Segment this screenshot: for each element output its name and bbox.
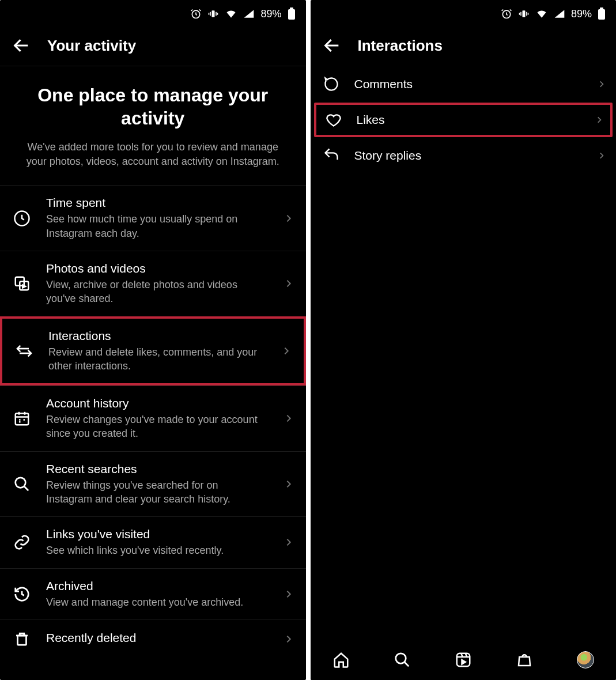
row-label: Likes — [357, 113, 583, 127]
chevron-right-icon — [284, 535, 296, 549]
svg-rect-7 — [16, 414, 29, 425]
chevron-right-icon — [284, 411, 296, 425]
row-recent-searches[interactable]: Recent searches Review things you've sea… — [0, 451, 306, 517]
calendar-icon — [10, 410, 33, 427]
row-interactions[interactable]: Interactions Review and delete likes, co… — [0, 316, 306, 386]
back-icon[interactable] — [12, 36, 31, 55]
comment-icon — [321, 76, 342, 92]
svg-rect-9 — [18, 636, 27, 645]
intro-section: One place to manage your activity We've … — [0, 66, 306, 185]
svg-rect-3 — [290, 7, 293, 9]
row-subtitle: Review and delete likes, comments, and y… — [48, 345, 269, 373]
vibrate-icon — [518, 8, 530, 20]
row-subtitle: See which links you've visited recently. — [46, 543, 271, 557]
swap-icon — [13, 342, 36, 360]
svg-rect-12 — [598, 9, 605, 20]
row-title: Account history — [46, 396, 271, 410]
svg-rect-15 — [456, 653, 470, 667]
phone-right: 89% Interactions Comments — [311, 0, 617, 680]
row-recently-deleted[interactable]: Recently deleted — [0, 619, 306, 658]
battery-percent: 89% — [571, 8, 592, 20]
chevron-right-icon — [284, 632, 296, 646]
status-bar: 89% — [0, 0, 306, 28]
link-icon — [10, 534, 33, 551]
alarm-icon — [190, 8, 202, 20]
row-subtitle: Review things you've searched for on Ins… — [46, 478, 271, 507]
media-icon — [10, 275, 33, 292]
row-title: Interactions — [48, 329, 269, 343]
page-title: Your activity — [47, 37, 136, 55]
wifi-icon — [535, 8, 548, 20]
row-time-spent[interactable]: Time spent See how much time you usually… — [0, 185, 306, 251]
chevron-right-icon — [595, 114, 603, 126]
nav-profile-avatar[interactable] — [576, 650, 595, 670]
intro-heading: One place to manage your activity — [16, 84, 290, 130]
nav-shop-icon[interactable] — [515, 650, 534, 670]
interactions-list: Comments Likes — [311, 66, 617, 174]
svg-rect-1 — [212, 10, 215, 17]
page-title: Interactions — [358, 37, 443, 55]
chevron-right-icon — [284, 277, 296, 290]
history-icon — [10, 585, 33, 603]
vibrate-icon — [207, 8, 219, 20]
avatar-icon — [577, 651, 594, 668]
row-photos-videos[interactable]: Photos and videos View, archive or delet… — [0, 251, 306, 316]
chevron-right-icon — [284, 587, 296, 601]
status-bar: 89% — [311, 0, 617, 28]
chevron-right-icon — [598, 149, 606, 162]
row-subtitle: View, archive or delete photos and video… — [46, 278, 271, 306]
alarm-icon — [501, 8, 512, 20]
svg-rect-2 — [288, 9, 295, 20]
phone-left: 89% Your activity One place to manage yo… — [0, 0, 306, 680]
svg-rect-13 — [600, 7, 603, 9]
row-title: Photos and videos — [46, 262, 271, 275]
battery-icon — [288, 7, 296, 20]
row-title: Archived — [46, 579, 271, 593]
row-subtitle: See how much time you usually spend on I… — [46, 212, 271, 240]
search-icon — [10, 475, 33, 493]
appbar: Interactions — [311, 28, 617, 66]
row-subtitle: Review changes you've made to your accou… — [46, 413, 271, 441]
reply-icon — [321, 148, 342, 164]
nav-home-icon[interactable] — [331, 650, 351, 670]
row-archived[interactable]: Archived View and manage content you've … — [0, 568, 306, 619]
signal-icon — [554, 8, 565, 20]
activity-list: Time spent See how much time you usually… — [0, 185, 306, 658]
row-links-visited[interactable]: Links you've visited See which links you… — [0, 516, 306, 568]
back-icon[interactable] — [322, 36, 342, 55]
bottom-nav — [311, 640, 617, 680]
row-title: Recent searches — [46, 462, 271, 476]
chevron-right-icon — [284, 477, 296, 491]
svg-point-14 — [395, 653, 406, 664]
chevron-right-icon — [598, 78, 606, 90]
nav-search-icon[interactable] — [392, 650, 412, 670]
trash-icon — [10, 630, 33, 648]
battery-icon — [598, 7, 606, 20]
signal-icon — [243, 8, 255, 20]
row-subtitle: View and manage content you've archived. — [46, 595, 271, 609]
row-title: Recently deleted — [46, 631, 271, 645]
row-comments[interactable]: Comments — [311, 66, 617, 103]
nav-reels-icon[interactable] — [454, 650, 473, 670]
row-likes[interactable]: Likes — [316, 105, 611, 135]
svg-point-8 — [16, 478, 26, 488]
chevron-right-icon — [282, 344, 293, 358]
clock-icon — [10, 210, 33, 227]
row-title: Links you've visited — [46, 527, 271, 541]
intro-body: We've added more tools for you to review… — [16, 140, 290, 169]
appbar: Your activity — [0, 28, 306, 66]
svg-rect-11 — [522, 10, 525, 17]
row-account-history[interactable]: Account history Review changes you've ma… — [0, 386, 306, 451]
row-label: Story replies — [354, 149, 585, 163]
row-story-replies[interactable]: Story replies — [311, 137, 617, 174]
heart-icon — [323, 112, 344, 128]
battery-percent: 89% — [260, 8, 281, 20]
chevron-right-icon — [284, 211, 296, 225]
row-title: Time spent — [46, 196, 271, 210]
wifi-icon — [225, 8, 237, 20]
row-label: Comments — [354, 77, 585, 91]
